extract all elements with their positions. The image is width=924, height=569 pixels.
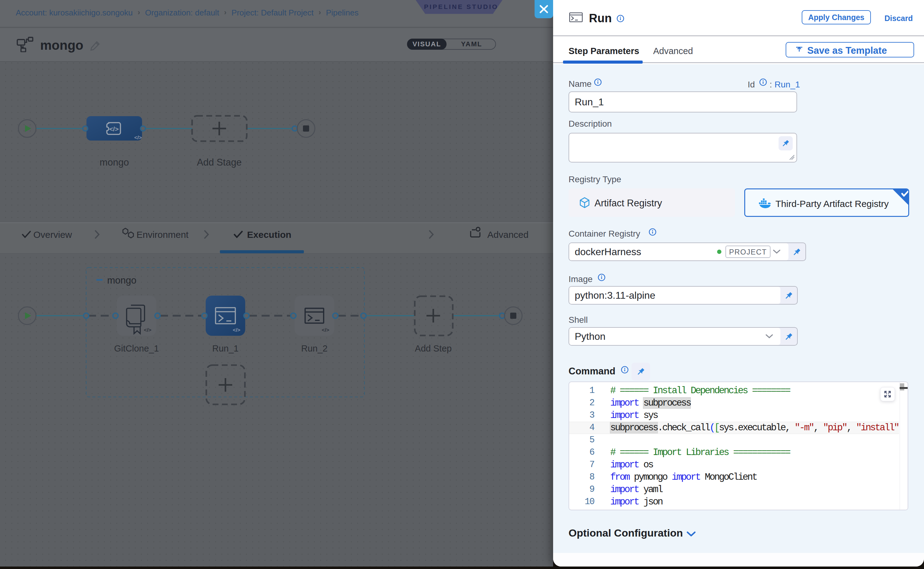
svg-text:</>: </> [134, 135, 142, 140]
svg-text:</>: </> [109, 125, 119, 132]
svg-text:Execution: Execution [247, 230, 291, 240]
svg-text:Run_2: Run_2 [301, 344, 327, 353]
svg-text:mongo: mongo [107, 275, 137, 286]
svg-text:GitClone_1: GitClone_1 [114, 344, 159, 353]
svg-text:Run_1: Run_1 [212, 344, 239, 353]
svg-text:</>: </> [144, 327, 152, 333]
svg-text:Advanced: Advanced [487, 230, 528, 240]
svg-text:</>: </> [233, 327, 240, 333]
svg-text:</>: </> [322, 327, 330, 333]
svg-text:Add Step: Add Step [415, 344, 451, 353]
svg-text:Environment: Environment [137, 230, 189, 240]
svg-text:Add Stage: Add Stage [197, 157, 242, 168]
svg-text:Overview: Overview [33, 230, 72, 240]
svg-text:mongo: mongo [100, 157, 129, 168]
